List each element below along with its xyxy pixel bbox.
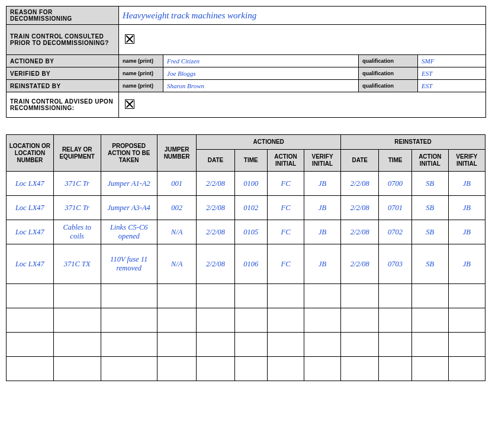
table-row: Loc LX47371C TrJumper A1-A20012/2/080100… xyxy=(7,172,485,196)
cell-loc xyxy=(7,308,54,333)
table-row xyxy=(7,333,485,357)
cell-r_ai xyxy=(411,333,448,357)
reason-label: Reason for decommissioning xyxy=(7,7,119,25)
cell-a_vi: JB xyxy=(304,172,341,196)
actioned-by-qual: SMF xyxy=(418,55,486,67)
cell-a_ai xyxy=(267,333,304,357)
cell-a_date: 2/2/08 xyxy=(197,172,234,196)
cell-action xyxy=(101,284,157,308)
table-row: Loc LX47371C TrJumper A3-A40022/2/080102… xyxy=(7,196,485,220)
cell-r_date: 2/2/08 xyxy=(341,220,379,244)
cell-jumper xyxy=(157,357,196,381)
name-print-label: name (print) xyxy=(119,67,163,80)
table-row xyxy=(7,284,485,308)
cell-r_date: 2/2/08 xyxy=(341,244,379,284)
cell-a_vi xyxy=(304,308,341,333)
cell-relay xyxy=(53,308,101,333)
cell-r_ai: SB xyxy=(411,172,448,196)
cell-loc: Loc LX47 xyxy=(7,220,54,244)
table-row xyxy=(7,308,485,333)
cell-loc xyxy=(7,333,54,357)
advised-value xyxy=(119,92,486,118)
verified-by-qual: EST xyxy=(418,67,486,80)
cell-relay: 371C TX xyxy=(53,244,101,284)
col-location: LOCATION OR LOCATION NUMBER xyxy=(7,135,54,172)
name-print-label: name (print) xyxy=(119,80,163,92)
col-a-time: TIME xyxy=(234,150,267,172)
col-reinstated-group: REINSTATED xyxy=(341,135,485,150)
cell-r_time xyxy=(379,308,411,333)
cell-jumper: 001 xyxy=(157,172,196,196)
cell-r_ai xyxy=(411,284,448,308)
cell-r_time xyxy=(379,357,411,381)
col-r-ai: ACTION INITIAL xyxy=(411,150,448,172)
cell-r_date xyxy=(341,357,379,381)
cell-r_vi: JB xyxy=(448,172,485,196)
consulted-value xyxy=(119,25,486,55)
cell-r_ai xyxy=(411,357,448,381)
cell-a_ai: FC xyxy=(267,244,304,284)
cell-r_vi xyxy=(448,357,485,381)
cell-a_ai: FC xyxy=(267,172,304,196)
table-row xyxy=(7,357,485,381)
cell-r_vi: JB xyxy=(448,196,485,220)
cell-r_vi: JB xyxy=(448,244,485,284)
col-r-time: TIME xyxy=(379,150,411,172)
col-action: PROPOSED ACTION TO BE TAKEN xyxy=(101,135,157,172)
cell-relay xyxy=(53,284,101,308)
decommissioning-header-table: Reason for decommissioning Heavyweight t… xyxy=(6,6,486,118)
advised-label: Train control advised upon recommissioni… xyxy=(7,92,119,118)
cell-action: Links C5-C6 opened xyxy=(101,220,157,244)
col-a-ai: ACTION INITIAL xyxy=(267,150,304,172)
cell-loc xyxy=(7,357,54,381)
cell-r_date: 2/2/08 xyxy=(341,172,379,196)
cell-action xyxy=(101,357,157,381)
actioned-by-label: Actioned by xyxy=(7,55,119,67)
cell-a_time xyxy=(234,284,267,308)
qualification-label: qualification xyxy=(359,67,418,80)
cell-a_time xyxy=(234,308,267,333)
verified-by-name: Joe Bloggs xyxy=(163,67,359,80)
cell-action: Jumper A3-A4 xyxy=(101,196,157,220)
cell-a_time: 0105 xyxy=(234,220,267,244)
col-a-date: DATE xyxy=(197,150,234,172)
cell-action xyxy=(101,333,157,357)
name-print-label: name (print) xyxy=(119,55,163,67)
cell-r_vi xyxy=(448,284,485,308)
cell-a_time: 0102 xyxy=(234,196,267,220)
cell-r_date xyxy=(341,284,379,308)
cell-r_date: 2/2/08 xyxy=(341,196,379,220)
cell-r_date xyxy=(341,308,379,333)
cell-relay xyxy=(53,357,101,381)
cell-jumper xyxy=(157,308,196,333)
cell-jumper: N/A xyxy=(157,220,196,244)
cell-a_date xyxy=(197,308,234,333)
cell-a_ai: FC xyxy=(267,196,304,220)
col-relay: RELAY OR EQUIPMENT xyxy=(53,135,101,172)
cell-relay: 371C Tr xyxy=(53,196,101,220)
cell-a_date xyxy=(197,357,234,381)
col-jumper: JUMPER NUMBER xyxy=(157,135,196,172)
cell-loc xyxy=(7,284,54,308)
cell-r_time xyxy=(379,284,411,308)
cell-a_vi xyxy=(304,284,341,308)
reinstated-by-label: Reinstated by xyxy=(7,80,119,92)
verified-by-label: Verified by xyxy=(7,67,119,80)
cell-a_vi: JB xyxy=(304,196,341,220)
cell-r_time: 0700 xyxy=(379,172,411,196)
cell-r_vi xyxy=(448,333,485,357)
qualification-label: qualification xyxy=(359,80,418,92)
cell-relay xyxy=(53,333,101,357)
cell-a_ai: FC xyxy=(267,220,304,244)
cell-a_time: 0106 xyxy=(234,244,267,284)
cell-r_vi: JB xyxy=(448,220,485,244)
col-r-date: DATE xyxy=(341,150,379,172)
cell-action: 110V fuse 11 removed xyxy=(101,244,157,284)
cell-a_date xyxy=(197,333,234,357)
cell-jumper xyxy=(157,284,196,308)
col-actioned-group: ACTIONED xyxy=(197,135,341,150)
consulted-label: Train control consulted prior to decommi… xyxy=(7,25,119,55)
cell-a_ai xyxy=(267,284,304,308)
cell-relay: Cables to coils xyxy=(53,220,101,244)
cell-a_vi: JB xyxy=(304,220,341,244)
